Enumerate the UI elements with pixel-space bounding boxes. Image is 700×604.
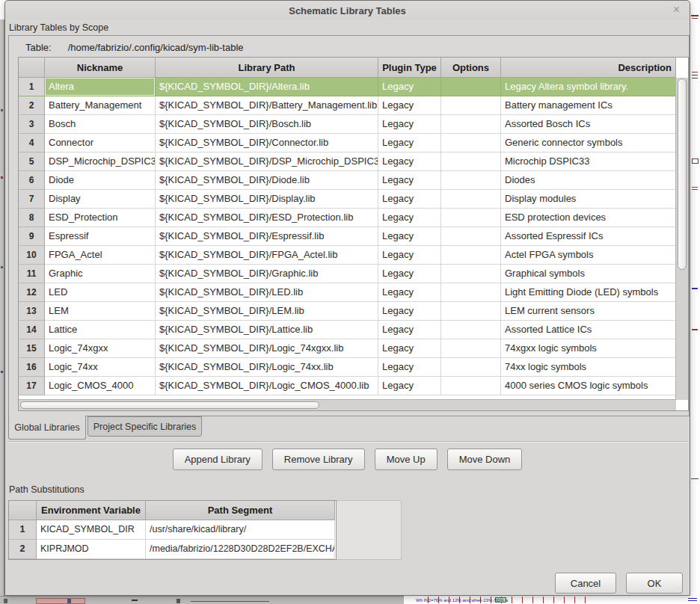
cell-library-path[interactable]: ${KICAD_SYMBOL_DIR}/Espressif.lib — [156, 227, 378, 246]
row-number[interactable]: 2 — [9, 540, 37, 559]
cell-options[interactable] — [441, 302, 501, 321]
cell-library-path[interactable]: ${KICAD_SYMBOL_DIR}/LED.lib — [156, 283, 378, 302]
row-number[interactable]: 3 — [19, 115, 45, 134]
column-header-description[interactable]: Description — [501, 58, 676, 78]
cell-nickname[interactable]: Graphic — [45, 265, 156, 283]
horizontal-scrollbar[interactable] — [19, 399, 676, 410]
cell-options[interactable] — [441, 227, 501, 246]
tab-global-libraries[interactable]: Global Libraries — [8, 416, 86, 440]
cell-library-path[interactable]: ${KICAD_SYMBOL_DIR}/Display.lib — [156, 190, 378, 209]
append-library-button[interactable]: Append Library — [173, 449, 262, 470]
cell-description[interactable]: ESD protection devices — [501, 209, 676, 227]
cell-plugin-type[interactable]: Legacy — [378, 115, 441, 134]
cell-plugin-type[interactable]: Legacy — [378, 246, 441, 265]
remove-library-button[interactable]: Remove Library — [272, 449, 365, 470]
cell-nickname[interactable]: Battery_Management — [45, 96, 156, 115]
cell-options[interactable] — [441, 246, 501, 265]
cell-options[interactable] — [441, 321, 501, 339]
cell-description[interactable]: Light Emitting Diode (LED) symbols — [501, 283, 676, 302]
cell-library-path[interactable]: ${KICAD_SYMBOL_DIR}/LEM.lib — [156, 302, 378, 321]
cell-plugin-type[interactable]: Legacy — [378, 171, 441, 190]
dialog-titlebar[interactable]: Schematic Library Tables × — [5, 1, 690, 20]
cell-description[interactable]: 4000 series CMOS logic symbols — [501, 377, 676, 395]
row-number[interactable]: 16 — [19, 358, 45, 377]
cell-options[interactable] — [441, 190, 501, 209]
cell-plugin-type[interactable]: Legacy — [378, 209, 441, 227]
row-number[interactable]: 6 — [19, 171, 45, 190]
cell-description[interactable]: 74xx logic symbols — [501, 358, 676, 377]
cell-library-path[interactable]: ${KICAD_SYMBOL_DIR}/DSP_Microchip_DSPIC3… — [156, 152, 378, 171]
cell-path-segment[interactable]: /media/fabrizio/1228D30D28D2EF2B/EXCHANG… — [146, 540, 335, 559]
cell-library-path[interactable]: ${KICAD_SYMBOL_DIR}/ESD_Protection.lib — [156, 209, 378, 227]
cell-options[interactable] — [441, 152, 501, 171]
cell-plugin-type[interactable]: Legacy — [378, 96, 441, 115]
cell-plugin-type[interactable]: Legacy — [378, 78, 441, 96]
cell-description[interactable]: Assorted Lattice ICs — [501, 321, 676, 339]
cell-path-segment[interactable]: /usr/share/kicad/library/ — [146, 520, 335, 540]
cell-plugin-type[interactable]: Legacy — [378, 265, 441, 283]
cell-nickname[interactable]: Diode — [45, 171, 156, 190]
row-number[interactable]: 1 — [19, 78, 45, 96]
cell-description[interactable]: Legacy Altera symbol library. — [501, 78, 676, 96]
cancel-button[interactable]: Cancel — [555, 573, 616, 594]
cell-nickname[interactable]: DSP_Microchip_DSPIC33 — [45, 152, 156, 171]
cell-nickname[interactable]: LEM — [45, 302, 156, 321]
row-number[interactable]: 2 — [19, 96, 45, 115]
cell-description[interactable]: LEM current sensors — [501, 302, 676, 321]
cell-description[interactable]: Generic connector symbols — [501, 134, 676, 152]
cell-library-path[interactable]: ${KICAD_SYMBOL_DIR}/Battery_Management.l… — [156, 96, 378, 115]
cell-options[interactable] — [441, 358, 501, 377]
cell-nickname[interactable]: Display — [45, 190, 156, 209]
close-icon[interactable]: × — [673, 3, 680, 16]
horizontal-scrollbar-thumb[interactable] — [20, 401, 319, 409]
cell-library-path[interactable]: ${KICAD_SYMBOL_DIR}/FPGA_Actel.lib — [156, 246, 378, 265]
cell-options[interactable] — [441, 115, 501, 134]
cell-nickname[interactable]: ESD_Protection — [45, 209, 156, 227]
cell-options[interactable] — [441, 78, 501, 96]
cell-library-path[interactable]: ${KICAD_SYMBOL_DIR}/Graphic.lib — [156, 265, 378, 283]
cell-plugin-type[interactable]: Legacy — [378, 134, 441, 152]
cell-description[interactable]: Actel FPGA symbols — [501, 246, 676, 265]
row-number[interactable]: 8 — [19, 209, 45, 227]
cell-options[interactable] — [441, 134, 501, 152]
row-number[interactable]: 12 — [19, 283, 45, 302]
cell-library-path[interactable]: ${KICAD_SYMBOL_DIR}/Logic_CMOS_4000.lib — [156, 377, 378, 395]
vertical-scrollbar-thumb[interactable] — [678, 78, 687, 270]
cell-description[interactable]: Diodes — [501, 171, 676, 190]
cell-plugin-type[interactable]: Legacy — [378, 190, 441, 209]
ok-button[interactable]: OK — [626, 573, 683, 594]
cell-description[interactable]: Battery management ICs — [501, 96, 676, 115]
row-number[interactable]: 7 — [19, 190, 45, 209]
cell-nickname[interactable]: Lattice — [45, 321, 156, 339]
ps-corner-header[interactable] — [9, 501, 37, 520]
row-number[interactable]: 15 — [19, 339, 45, 358]
row-number[interactable]: 11 — [19, 265, 45, 283]
cell-library-path[interactable]: ${KICAD_SYMBOL_DIR}/Lattice.lib — [156, 321, 378, 339]
cell-library-path[interactable]: ${KICAD_SYMBOL_DIR}/Altera.lib — [156, 78, 378, 96]
cell-nickname[interactable]: Connector — [45, 134, 156, 152]
cell-description[interactable]: Microchip DSPIC33 — [501, 152, 676, 171]
vertical-scrollbar[interactable] — [675, 78, 688, 400]
grid-corner-header[interactable] — [19, 58, 45, 78]
cell-nickname[interactable]: Logic_CMOS_4000 — [45, 377, 156, 395]
cell-nickname[interactable]: Altera — [45, 78, 156, 96]
cell-options[interactable] — [441, 265, 501, 283]
cell-description[interactable]: Assorted Bosch ICs — [501, 115, 676, 134]
cell-library-path[interactable]: ${KICAD_SYMBOL_DIR}/Diode.lib — [156, 171, 378, 190]
cell-nickname[interactable]: FPGA_Actel — [45, 246, 156, 265]
cell-plugin-type[interactable]: Legacy — [378, 339, 441, 358]
cell-nickname[interactable]: Espressif — [45, 227, 156, 246]
cell-library-path[interactable]: ${KICAD_SYMBOL_DIR}/Logic_74xx.lib — [156, 358, 378, 377]
row-number[interactable]: 1 — [9, 520, 37, 540]
cell-plugin-type[interactable]: Legacy — [378, 321, 441, 339]
cell-plugin-type[interactable]: Legacy — [378, 358, 441, 377]
column-header-plugin-type[interactable]: Plugin Type — [378, 58, 441, 78]
row-number[interactable]: 10 — [19, 246, 45, 265]
cell-nickname[interactable]: Logic_74xgxx — [45, 339, 156, 358]
move-down-button[interactable]: Move Down — [447, 449, 523, 470]
column-header-path-segment[interactable]: Path Segment — [146, 501, 335, 520]
cell-library-path[interactable]: ${KICAD_SYMBOL_DIR}/Bosch.lib — [156, 115, 378, 134]
row-number[interactable]: 13 — [19, 302, 45, 321]
move-up-button[interactable]: Move Up — [375, 449, 438, 470]
column-header-library-path[interactable]: Library Path — [156, 58, 378, 78]
